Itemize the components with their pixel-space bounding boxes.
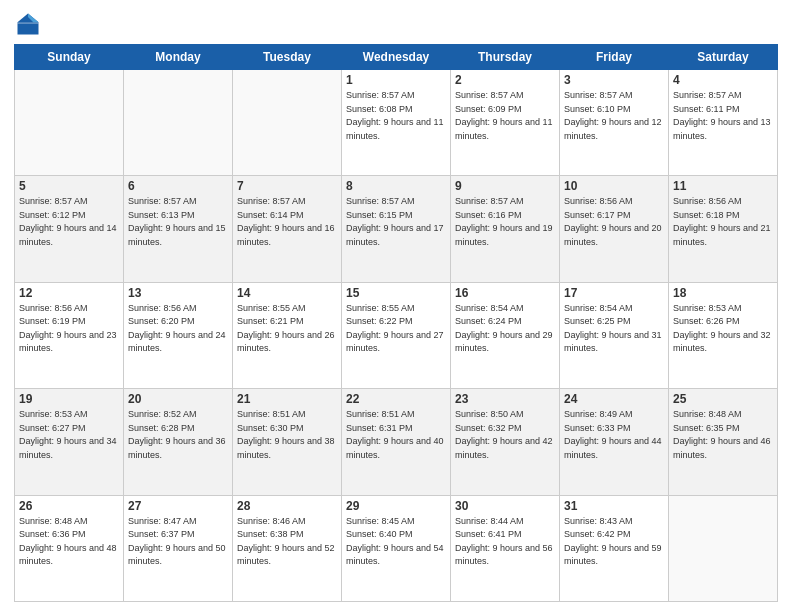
day-number: 25 [673,392,773,406]
day-info: Sunrise: 8:57 AMSunset: 6:13 PMDaylight:… [128,195,228,249]
day-number: 7 [237,179,337,193]
weekday-header-friday: Friday [560,45,669,70]
calendar-cell [233,70,342,176]
day-info: Sunrise: 8:53 AMSunset: 6:26 PMDaylight:… [673,302,773,356]
weekday-header-tuesday: Tuesday [233,45,342,70]
day-number: 8 [346,179,446,193]
calendar-week-row: 12Sunrise: 8:56 AMSunset: 6:19 PMDayligh… [15,282,778,388]
day-info: Sunrise: 8:48 AMSunset: 6:36 PMDaylight:… [19,515,119,569]
day-number: 3 [564,73,664,87]
day-info: Sunrise: 8:57 AMSunset: 6:10 PMDaylight:… [564,89,664,143]
weekday-header-row: SundayMondayTuesdayWednesdayThursdayFrid… [15,45,778,70]
day-info: Sunrise: 8:57 AMSunset: 6:15 PMDaylight:… [346,195,446,249]
calendar-cell: 17Sunrise: 8:54 AMSunset: 6:25 PMDayligh… [560,282,669,388]
day-number: 26 [19,499,119,513]
day-number: 4 [673,73,773,87]
day-info: Sunrise: 8:57 AMSunset: 6:14 PMDaylight:… [237,195,337,249]
day-number: 29 [346,499,446,513]
day-info: Sunrise: 8:45 AMSunset: 6:40 PMDaylight:… [346,515,446,569]
day-number: 14 [237,286,337,300]
calendar-cell: 3Sunrise: 8:57 AMSunset: 6:10 PMDaylight… [560,70,669,176]
calendar-cell: 30Sunrise: 8:44 AMSunset: 6:41 PMDayligh… [451,495,560,601]
calendar-cell: 7Sunrise: 8:57 AMSunset: 6:14 PMDaylight… [233,176,342,282]
calendar-cell: 22Sunrise: 8:51 AMSunset: 6:31 PMDayligh… [342,389,451,495]
day-number: 24 [564,392,664,406]
day-info: Sunrise: 8:50 AMSunset: 6:32 PMDaylight:… [455,408,555,462]
day-info: Sunrise: 8:57 AMSunset: 6:09 PMDaylight:… [455,89,555,143]
day-number: 6 [128,179,228,193]
calendar-cell: 27Sunrise: 8:47 AMSunset: 6:37 PMDayligh… [124,495,233,601]
day-number: 23 [455,392,555,406]
logo-icon [14,10,42,38]
day-info: Sunrise: 8:57 AMSunset: 6:11 PMDaylight:… [673,89,773,143]
day-info: Sunrise: 8:54 AMSunset: 6:25 PMDaylight:… [564,302,664,356]
calendar-cell: 23Sunrise: 8:50 AMSunset: 6:32 PMDayligh… [451,389,560,495]
day-info: Sunrise: 8:57 AMSunset: 6:12 PMDaylight:… [19,195,119,249]
day-number: 22 [346,392,446,406]
header [14,10,778,38]
calendar-cell: 24Sunrise: 8:49 AMSunset: 6:33 PMDayligh… [560,389,669,495]
calendar-cell: 2Sunrise: 8:57 AMSunset: 6:09 PMDaylight… [451,70,560,176]
calendar-cell: 6Sunrise: 8:57 AMSunset: 6:13 PMDaylight… [124,176,233,282]
calendar-cell: 11Sunrise: 8:56 AMSunset: 6:18 PMDayligh… [669,176,778,282]
day-info: Sunrise: 8:51 AMSunset: 6:30 PMDaylight:… [237,408,337,462]
day-info: Sunrise: 8:57 AMSunset: 6:16 PMDaylight:… [455,195,555,249]
day-number: 9 [455,179,555,193]
calendar-cell: 13Sunrise: 8:56 AMSunset: 6:20 PMDayligh… [124,282,233,388]
day-number: 20 [128,392,228,406]
day-number: 18 [673,286,773,300]
calendar-cell: 16Sunrise: 8:54 AMSunset: 6:24 PMDayligh… [451,282,560,388]
calendar-cell: 5Sunrise: 8:57 AMSunset: 6:12 PMDaylight… [15,176,124,282]
day-number: 13 [128,286,228,300]
calendar-cell [15,70,124,176]
calendar-week-row: 19Sunrise: 8:53 AMSunset: 6:27 PMDayligh… [15,389,778,495]
day-info: Sunrise: 8:56 AMSunset: 6:19 PMDaylight:… [19,302,119,356]
day-info: Sunrise: 8:51 AMSunset: 6:31 PMDaylight:… [346,408,446,462]
day-info: Sunrise: 8:54 AMSunset: 6:24 PMDaylight:… [455,302,555,356]
calendar-cell: 12Sunrise: 8:56 AMSunset: 6:19 PMDayligh… [15,282,124,388]
day-info: Sunrise: 8:47 AMSunset: 6:37 PMDaylight:… [128,515,228,569]
calendar-cell: 19Sunrise: 8:53 AMSunset: 6:27 PMDayligh… [15,389,124,495]
day-info: Sunrise: 8:56 AMSunset: 6:20 PMDaylight:… [128,302,228,356]
page: SundayMondayTuesdayWednesdayThursdayFrid… [0,0,792,612]
calendar-cell: 9Sunrise: 8:57 AMSunset: 6:16 PMDaylight… [451,176,560,282]
day-info: Sunrise: 8:53 AMSunset: 6:27 PMDaylight:… [19,408,119,462]
calendar-cell: 28Sunrise: 8:46 AMSunset: 6:38 PMDayligh… [233,495,342,601]
day-number: 5 [19,179,119,193]
day-info: Sunrise: 8:46 AMSunset: 6:38 PMDaylight:… [237,515,337,569]
day-info: Sunrise: 8:56 AMSunset: 6:18 PMDaylight:… [673,195,773,249]
logo [14,10,46,38]
day-number: 31 [564,499,664,513]
day-number: 12 [19,286,119,300]
day-number: 17 [564,286,664,300]
weekday-header-sunday: Sunday [15,45,124,70]
day-info: Sunrise: 8:52 AMSunset: 6:28 PMDaylight:… [128,408,228,462]
day-info: Sunrise: 8:55 AMSunset: 6:22 PMDaylight:… [346,302,446,356]
day-number: 2 [455,73,555,87]
weekday-header-thursday: Thursday [451,45,560,70]
calendar-week-row: 5Sunrise: 8:57 AMSunset: 6:12 PMDaylight… [15,176,778,282]
calendar-cell: 18Sunrise: 8:53 AMSunset: 6:26 PMDayligh… [669,282,778,388]
calendar-cell: 29Sunrise: 8:45 AMSunset: 6:40 PMDayligh… [342,495,451,601]
calendar-cell: 20Sunrise: 8:52 AMSunset: 6:28 PMDayligh… [124,389,233,495]
day-number: 27 [128,499,228,513]
day-number: 16 [455,286,555,300]
day-number: 21 [237,392,337,406]
day-info: Sunrise: 8:43 AMSunset: 6:42 PMDaylight:… [564,515,664,569]
calendar-week-row: 26Sunrise: 8:48 AMSunset: 6:36 PMDayligh… [15,495,778,601]
calendar-cell: 14Sunrise: 8:55 AMSunset: 6:21 PMDayligh… [233,282,342,388]
calendar-cell: 25Sunrise: 8:48 AMSunset: 6:35 PMDayligh… [669,389,778,495]
day-info: Sunrise: 8:49 AMSunset: 6:33 PMDaylight:… [564,408,664,462]
day-info: Sunrise: 8:55 AMSunset: 6:21 PMDaylight:… [237,302,337,356]
calendar-cell: 15Sunrise: 8:55 AMSunset: 6:22 PMDayligh… [342,282,451,388]
weekday-header-monday: Monday [124,45,233,70]
day-number: 19 [19,392,119,406]
calendar-cell: 26Sunrise: 8:48 AMSunset: 6:36 PMDayligh… [15,495,124,601]
calendar-cell: 10Sunrise: 8:56 AMSunset: 6:17 PMDayligh… [560,176,669,282]
calendar-cell: 1Sunrise: 8:57 AMSunset: 6:08 PMDaylight… [342,70,451,176]
day-info: Sunrise: 8:44 AMSunset: 6:41 PMDaylight:… [455,515,555,569]
day-number: 15 [346,286,446,300]
calendar-week-row: 1Sunrise: 8:57 AMSunset: 6:08 PMDaylight… [15,70,778,176]
day-info: Sunrise: 8:48 AMSunset: 6:35 PMDaylight:… [673,408,773,462]
weekday-header-saturday: Saturday [669,45,778,70]
